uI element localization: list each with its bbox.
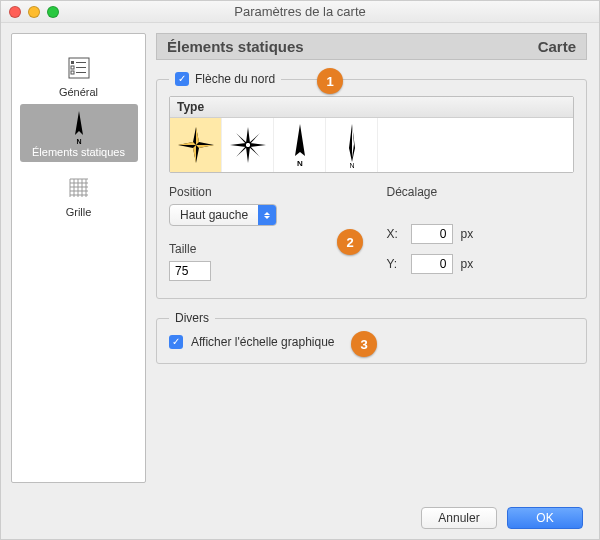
scale-label: Afficher l'échelle graphique xyxy=(191,335,335,349)
type-option-starburst[interactable] xyxy=(222,118,274,172)
svg-marker-29 xyxy=(236,146,247,157)
x-label: X: xyxy=(387,227,403,241)
sidebar-item-static-elements[interactable]: N Élements statiques xyxy=(20,104,138,162)
svg-marker-31 xyxy=(236,133,247,144)
footer: Annuler OK xyxy=(421,507,583,529)
x-unit: px xyxy=(461,227,474,241)
north-arrow-label: Flèche du nord xyxy=(195,72,275,86)
sidebar-item-grid[interactable]: Grille xyxy=(20,164,138,222)
svg-marker-25 xyxy=(246,147,250,163)
misc-group: Divers ✓ Afficher l'échelle graphique 3 xyxy=(156,311,587,364)
sidebar-item-label: Élements statiques xyxy=(20,146,138,158)
y-unit: px xyxy=(461,257,474,271)
misc-legend: Divers xyxy=(169,311,215,325)
north-arrow-group: ✓ Flèche du nord 1 Type xyxy=(156,72,587,299)
svg-rect-3 xyxy=(71,66,74,69)
header-right: Carte xyxy=(538,38,576,55)
position-label: Position xyxy=(169,185,357,199)
type-header: Type xyxy=(170,97,573,118)
svg-marker-22 xyxy=(193,145,196,163)
general-icon xyxy=(20,50,138,86)
y-row: Y: px xyxy=(387,254,575,274)
position-value: Haut gauche xyxy=(170,208,258,222)
ok-button[interactable]: OK xyxy=(507,507,583,529)
annotation-badge-1: 1 xyxy=(317,68,343,94)
content: Général N Élements statiques xyxy=(1,23,599,493)
close-icon[interactable] xyxy=(9,6,21,18)
svg-marker-32 xyxy=(295,124,305,156)
svg-text:N: N xyxy=(76,138,81,145)
main-panel: Élements statiques Carte ✓ Flèche du nor… xyxy=(146,23,599,493)
taille-input[interactable] xyxy=(169,261,211,281)
north-arrow-legend: ✓ Flèche du nord xyxy=(169,72,281,86)
position-select[interactable]: Haut gauche xyxy=(169,204,277,226)
dialog-window: Paramètres de la carte Général xyxy=(0,0,600,540)
annotation-badge-2: 2 xyxy=(337,229,363,255)
zoom-icon[interactable] xyxy=(47,6,59,18)
grid-icon xyxy=(20,170,138,206)
svg-text:N: N xyxy=(297,159,303,168)
window-controls xyxy=(9,6,59,18)
controls-row: Position Haut gauche Taille Décalage xyxy=(169,185,574,284)
x-row: X: px xyxy=(387,224,575,244)
x-input[interactable] xyxy=(411,224,453,244)
right-col: Décalage X: px Y: px xyxy=(387,185,575,284)
minimize-icon[interactable] xyxy=(28,6,40,18)
svg-rect-5 xyxy=(71,71,74,74)
header-left: Élements statiques xyxy=(167,38,304,55)
annotation-badge-3: 3 xyxy=(351,331,377,357)
svg-marker-23 xyxy=(178,142,196,145)
svg-marker-21 xyxy=(196,145,214,148)
y-label: Y: xyxy=(387,257,403,271)
svg-text:N: N xyxy=(349,162,354,168)
north-arrow-checkbox[interactable]: ✓ xyxy=(175,72,189,86)
svg-marker-27 xyxy=(250,143,266,147)
panel-header: Élements statiques Carte xyxy=(156,33,587,60)
select-stepper-icon xyxy=(258,204,276,226)
sidebar-item-label: Général xyxy=(20,86,138,98)
cancel-button[interactable]: Annuler xyxy=(421,507,497,529)
window-title: Paramètres de la carte xyxy=(1,4,599,19)
svg-marker-24 xyxy=(246,127,250,143)
north-arrow-icon: N xyxy=(20,110,138,146)
sidebar: Général N Élements statiques xyxy=(11,33,146,483)
type-option-thin-arrow[interactable]: N xyxy=(326,118,378,172)
y-input[interactable] xyxy=(411,254,453,274)
svg-marker-7 xyxy=(75,111,83,135)
taille-label: Taille xyxy=(169,242,357,256)
scale-checkbox[interactable]: ✓ xyxy=(169,335,183,349)
type-option-arrow-n[interactable]: N xyxy=(274,118,326,172)
type-row: N N xyxy=(170,118,573,172)
left-col: Position Haut gauche Taille xyxy=(169,185,357,284)
decalage-label: Décalage xyxy=(387,185,575,199)
svg-rect-1 xyxy=(71,61,74,64)
svg-marker-30 xyxy=(249,146,260,157)
titlebar: Paramètres de la carte xyxy=(1,1,599,23)
type-option-compass-rose[interactable] xyxy=(170,118,222,172)
sidebar-item-label: Grille xyxy=(20,206,138,218)
svg-marker-20 xyxy=(196,127,199,145)
type-selector: Type xyxy=(169,96,574,173)
sidebar-item-general[interactable]: Général xyxy=(20,44,138,102)
svg-marker-28 xyxy=(249,133,260,144)
svg-marker-26 xyxy=(230,143,246,147)
